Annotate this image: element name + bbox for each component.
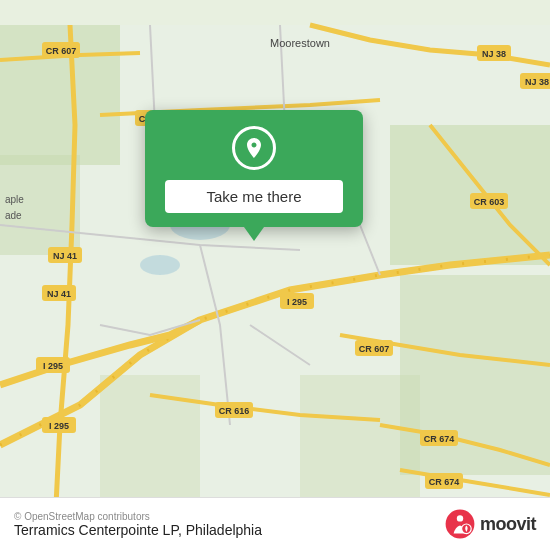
svg-text:NJ 41: NJ 41: [47, 289, 71, 299]
location-name: Terramics Centerpointe LP, Philadelphia: [14, 522, 262, 538]
map-container: CR 607 NJ 38 NJ 38 CR 537 Moorestown I 2…: [0, 0, 550, 550]
svg-point-40: [446, 510, 475, 539]
moovit-icon: [444, 508, 476, 540]
svg-rect-2: [0, 155, 80, 255]
svg-text:I 295: I 295: [49, 421, 69, 431]
svg-text:NJ 38: NJ 38: [482, 49, 506, 59]
bottom-left: © OpenStreetMap contributors Terramics C…: [14, 511, 262, 538]
svg-text:NJ 38: NJ 38: [525, 77, 549, 87]
svg-text:ade: ade: [5, 210, 22, 221]
moovit-logo: moovit: [444, 508, 536, 540]
moovit-text: moovit: [480, 514, 536, 535]
svg-text:CR 616: CR 616: [219, 406, 250, 416]
svg-point-41: [457, 515, 463, 521]
svg-text:NJ 41: NJ 41: [53, 251, 77, 261]
svg-text:CR 674: CR 674: [429, 477, 460, 487]
svg-text:I 295: I 295: [287, 297, 307, 307]
svg-text:CR 674: CR 674: [424, 434, 455, 444]
copyright-text: © OpenStreetMap contributors: [14, 511, 262, 522]
svg-text:aple: aple: [5, 194, 24, 205]
bottom-bar: © OpenStreetMap contributors Terramics C…: [0, 497, 550, 550]
take-me-there-button[interactable]: Take me there: [165, 180, 343, 213]
svg-text:Moorestown: Moorestown: [270, 37, 330, 49]
location-pin-icon: [242, 136, 266, 160]
popup-card: Take me there: [145, 110, 363, 227]
svg-text:CR 607: CR 607: [46, 46, 77, 56]
svg-text:CR 607: CR 607: [359, 344, 390, 354]
svg-rect-3: [390, 125, 550, 265]
map-background: CR 607 NJ 38 NJ 38 CR 537 Moorestown I 2…: [0, 0, 550, 550]
svg-text:I 295: I 295: [43, 361, 63, 371]
svg-text:CR 603: CR 603: [474, 197, 505, 207]
svg-point-8: [140, 255, 180, 275]
location-icon-circle: [232, 126, 276, 170]
